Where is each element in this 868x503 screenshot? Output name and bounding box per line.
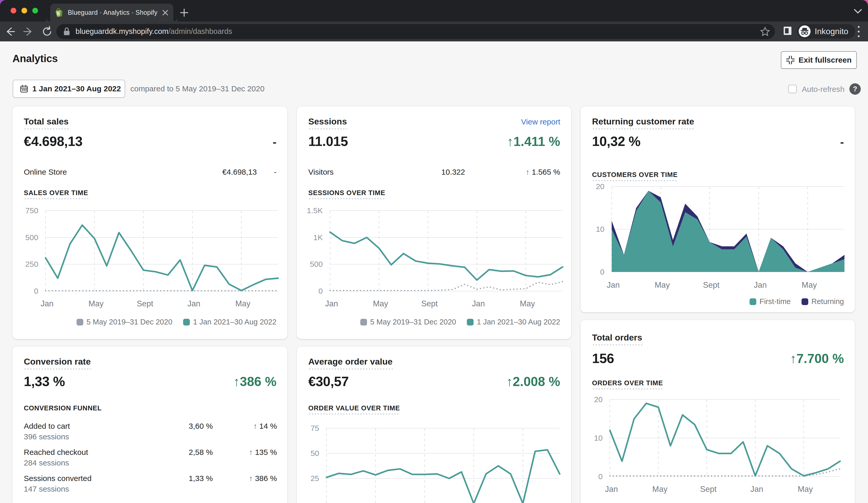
funnel-label: Reached checkout xyxy=(24,448,88,456)
funnel-sub: 147 sessions xyxy=(24,485,69,493)
tab-close-icon[interactable] xyxy=(162,9,169,16)
bookmark-star-icon[interactable] xyxy=(760,27,770,37)
incognito-profile-badge[interactable]: Inkognito xyxy=(797,24,855,39)
svg-text:May: May xyxy=(373,299,388,308)
legend-item-returning[interactable]: Returning xyxy=(802,297,844,306)
svg-text:0: 0 xyxy=(598,472,603,481)
svg-text:Jan: Jan xyxy=(325,299,338,308)
date-range-label: 1 Jan 2021–30 Aug 2022 xyxy=(32,84,121,93)
up-arrow-icon: ↑ xyxy=(253,422,257,430)
chart-legend: First-time Returning xyxy=(750,297,844,306)
conversion-rate-delta: ↑386 % xyxy=(233,374,277,389)
tab-strip: S Blueguard · Analytics · Shopify xyxy=(0,0,868,21)
incognito-icon xyxy=(799,25,810,37)
legend-swatch-teal xyxy=(183,319,190,326)
reload-icon[interactable] xyxy=(41,26,53,37)
svg-text:Jan: Jan xyxy=(472,299,485,308)
lock-icon xyxy=(63,27,70,36)
svg-text:Sept: Sept xyxy=(421,299,438,308)
svg-text:20: 20 xyxy=(596,182,604,191)
funnel-value: 2,58 % xyxy=(189,448,213,457)
grid-column-2: Sessions View report 11.015 ↑1.411 % Vis… xyxy=(297,106,571,503)
funnel-delta-value: 135 % xyxy=(255,448,277,456)
svg-text:May: May xyxy=(802,280,817,289)
legend-item-current[interactable]: 1 Jan 2021–30 Aug 2022 xyxy=(183,318,277,326)
svg-text:Jan: Jan xyxy=(750,485,763,494)
legend-swatch-gray xyxy=(76,319,83,326)
tab-search-chevron-icon[interactable] xyxy=(854,9,862,14)
legend-label: First-time xyxy=(760,297,790,306)
funnel-value: 3,60 % xyxy=(189,422,213,431)
svg-text:S: S xyxy=(56,11,60,16)
exit-fullscreen-icon xyxy=(786,55,795,64)
svg-text:Jan: Jan xyxy=(187,299,200,308)
new-tab-button[interactable] xyxy=(179,8,189,17)
svg-text:Sept: Sept xyxy=(137,299,153,308)
forward-icon[interactable] xyxy=(23,26,34,37)
funnel-sub: 284 sessions xyxy=(24,459,69,467)
average-order-value-card: Average order value €30,57 ↑2.008 % ORDE… xyxy=(297,347,571,503)
auto-refresh-label: Auto-refresh xyxy=(802,85,845,94)
dashboard-grid: Total sales €4.698,13 - Online Store €4.… xyxy=(12,106,855,503)
side-panel-icon[interactable] xyxy=(784,27,792,35)
primary-metric: 1,33 % ↑386 % xyxy=(24,373,277,389)
svg-text:10: 10 xyxy=(596,225,604,233)
svg-text:1.5K: 1.5K xyxy=(307,206,323,215)
svg-text:May: May xyxy=(520,299,535,308)
compare-note: compared to 5 May 2019–31 Dec 2020 xyxy=(130,84,265,93)
legend-swatch-gray xyxy=(360,319,367,326)
up-arrow-icon: ↑ xyxy=(249,448,253,456)
svg-text:Jan: Jan xyxy=(754,280,767,289)
svg-text:0: 0 xyxy=(600,268,604,276)
menu-kebab-icon[interactable] xyxy=(855,25,862,38)
calendar-icon xyxy=(20,85,28,93)
minimize-window-button[interactable] xyxy=(21,8,27,13)
tab-title: Blueguard · Analytics · Shopify xyxy=(68,9,157,16)
funnel-row-added-to-cart: Added to cart 396 sessions 3,60 % ↑ 14 % xyxy=(24,422,277,431)
svg-text:May: May xyxy=(655,280,670,289)
legend-swatch-navy xyxy=(802,298,808,305)
grid-column-1: Total sales €4.698,13 - Online Store €4.… xyxy=(12,106,287,503)
browser-tab[interactable]: S Blueguard · Analytics · Shopify xyxy=(50,4,173,21)
legend-item-previous[interactable]: 5 May 2019–31 Dec 2020 xyxy=(360,318,456,326)
legend-item-previous[interactable]: 5 May 2019–31 Dec 2020 xyxy=(76,318,172,326)
close-window-button[interactable] xyxy=(11,8,16,13)
funnel-value: 1,33 % xyxy=(189,474,213,483)
svg-text:50: 50 xyxy=(311,449,319,458)
up-arrow-icon: ↑ xyxy=(249,474,253,483)
legend-item-first-time[interactable]: First-time xyxy=(750,297,790,306)
funnel-delta: ↑ 14 % xyxy=(253,422,277,431)
zoom-window-button[interactable] xyxy=(32,8,38,13)
exit-fullscreen-button[interactable]: Exit fullscreen xyxy=(781,51,857,69)
help-icon[interactable]: ? xyxy=(849,83,861,95)
legend-label: Returning xyxy=(812,297,844,306)
total-sales-card: Total sales €4.698,13 - Online Store €4.… xyxy=(12,106,287,339)
back-icon[interactable] xyxy=(4,26,16,37)
order_value_over_time-svg: 255075JanMaySeptJanMay xyxy=(297,347,571,503)
funnel-delta-value: 386 % xyxy=(255,474,277,483)
auto-refresh-checkbox[interactable] xyxy=(788,85,797,93)
svg-text:500: 500 xyxy=(310,260,323,268)
total-orders-card: Total orders 156 ↑7.700 % ORDERS OVER TI… xyxy=(581,320,855,503)
svg-text:25: 25 xyxy=(311,474,319,483)
svg-text:May: May xyxy=(798,485,813,494)
svg-text:Sept: Sept xyxy=(703,280,720,289)
card-title[interactable]: Conversion rate xyxy=(24,357,91,370)
funnel-row-reached-checkout: Reached checkout 284 sessions 2,58 % ↑ 1… xyxy=(24,448,277,457)
legend-label: 1 Jan 2021–30 Aug 2022 xyxy=(193,318,277,326)
legend-swatch-teal xyxy=(467,319,474,326)
svg-text:Jan: Jan xyxy=(607,280,620,289)
svg-text:750: 750 xyxy=(25,206,38,215)
legend-label: 5 May 2019–31 Dec 2020 xyxy=(86,318,172,326)
sales_over_time-svg: 0250500750JanMaySeptJanMay xyxy=(12,106,287,339)
returning-customer-rate-card: Returning customer rate 10,32 % - CUSTOM… xyxy=(581,106,855,312)
grid-column-3: Returning customer rate 10,32 % - CUSTOM… xyxy=(581,106,855,503)
funnel-label: Sessions converted xyxy=(24,474,92,483)
funnel-delta-value: 14 % xyxy=(259,422,277,430)
address-bar[interactable]: blueguarddk.myshopify.com/admin/dashboar… xyxy=(56,24,775,39)
svg-text:0: 0 xyxy=(34,287,38,295)
date-range-button[interactable]: 1 Jan 2021–30 Aug 2022 xyxy=(13,80,125,98)
legend-item-current[interactable]: 1 Jan 2021–30 Aug 2022 xyxy=(467,318,560,326)
legend-swatch-teal xyxy=(750,298,756,305)
chart-legend: 5 May 2019–31 Dec 2020 1 Jan 2021–30 Aug… xyxy=(76,318,277,326)
